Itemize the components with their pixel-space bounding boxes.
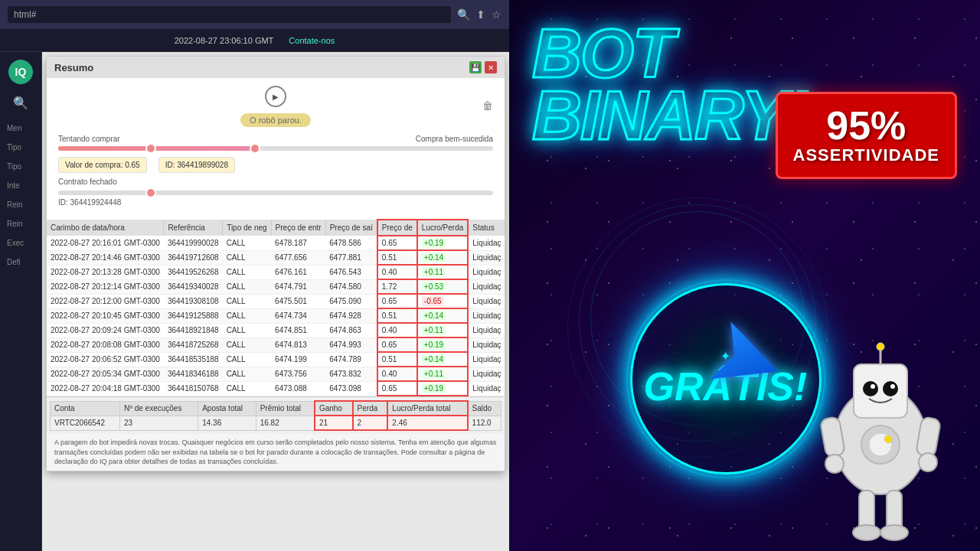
col-header-type: Tipo de neg [223, 220, 271, 236]
svg-point-7 [883, 381, 898, 396]
cell-4-0: 2022-08-27 20:12:00 GMT-0300 [47, 294, 164, 308]
cell-6-7: Liquidaç [468, 323, 505, 337]
cell-5-7: Liquidaç [468, 308, 505, 323]
modal-save-button[interactable]: 💾 [469, 61, 482, 73]
cell-3-5: 1.72 [377, 279, 417, 294]
cell-10-4: 6473.098 [325, 381, 377, 396]
table-row: 2022-08-27 20:14:46 GMT-0300364419712608… [47, 250, 505, 265]
cell-4-6: -0.65 [417, 294, 468, 308]
sum-col-exec: Nº de execuções [120, 401, 198, 416]
cell-5-3: 6474.734 [271, 308, 325, 323]
right-panel: BOT BINARY! 95% ASSERTIVIDADE ✦ GRÁTIS! [509, 0, 980, 551]
cell-10-2: CALL [223, 381, 271, 396]
sidebar-item-5[interactable]: Rein [4, 217, 38, 230]
progress-labels: Tentando comprar Compra bem-sucedida [58, 135, 493, 143]
cell-8-7: Liquidaç [468, 352, 505, 367]
progress-section: ▶ 🗑 O robô parou. Tentando comprar Compr… [47, 78, 505, 219]
cell-3-7: Liquidaç [468, 279, 505, 294]
sidebar-item-4[interactable]: Rein [4, 198, 38, 211]
svg-point-11 [877, 343, 884, 350]
search-icon[interactable]: 🔍 [457, 8, 470, 21]
cell-0-6: +0.19 [417, 236, 468, 250]
col-header-ref: Referência [164, 220, 223, 236]
delete-icon[interactable]: 🗑 [482, 99, 493, 112]
cell-8-2: CALL [223, 352, 271, 367]
share-icon[interactable]: ⬆ [476, 8, 485, 21]
sidebar-item-1[interactable]: Tipo [4, 141, 38, 154]
sidebar-item-7[interactable]: Defi [4, 256, 38, 269]
cell-9-5: 0.40 [377, 367, 417, 381]
cell-3-6: +0.53 [417, 279, 468, 294]
assertividade-percent: 95% [793, 106, 939, 145]
sidebar: IQ 🔍 Men Tipo Tipo Inte Rein Rein Exec D… [0, 52, 42, 551]
cell-7-3: 6474.813 [271, 337, 325, 352]
svg-point-14 [825, 455, 844, 473]
cell-7-1: 364418725268 [164, 337, 223, 352]
sum-col-premio: Prêmio total [256, 401, 315, 416]
binary-text: BINARY! [532, 85, 807, 147]
sum-conta: VRTC2066542 [51, 416, 120, 430]
cell-2-6: +0.11 [417, 265, 468, 279]
sum-execucoes: 23 [120, 416, 198, 430]
cell-1-2: CALL [223, 250, 271, 265]
table-row: 2022-08-27 20:16:01 GMT-0300364419990028… [47, 236, 505, 250]
progress-fill-1 [58, 146, 254, 151]
cell-0-5: 0.65 [377, 236, 417, 250]
svg-point-6 [863, 381, 878, 396]
cell-3-4: 6474.580 [325, 279, 377, 294]
cell-4-5: 0.65 [377, 294, 417, 308]
transactions-table: Carimbo de data/hora Referência Tipo de … [47, 219, 505, 396]
play-button[interactable]: ▶ [265, 86, 286, 107]
cell-8-6: +0.14 [417, 352, 468, 367]
robot-svg [796, 303, 965, 548]
svg-point-9 [890, 384, 895, 389]
table-row: 2022-08-27 20:12:14 GMT-0300364419340028… [47, 279, 505, 294]
table-row: 2022-08-27 20:09:24 GMT-0300364418921848… [47, 323, 505, 337]
sum-col-lucro: Lucro/Perda total [387, 401, 467, 416]
summary-row: VRTC2066542 23 14.36 16.82 21 2 2.46 112… [51, 416, 501, 430]
cell-4-4: 6475.090 [325, 294, 377, 308]
cell-9-4: 6473.832 [325, 367, 377, 381]
sum-col-saldo: Saldo [468, 401, 501, 416]
sidebar-logo[interactable]: IQ [8, 60, 33, 84]
cell-9-7: Liquidaç [468, 367, 505, 381]
id2-label: ID: 364419924448 [58, 198, 493, 207]
sidebar-item-3[interactable]: Inte [4, 179, 38, 192]
sum-saldo: 112.0 [468, 416, 501, 430]
assertividade-label: ASSERTIVIDADE [793, 145, 939, 165]
top-bar: 2022-08-27 23:06:10 GMT Contate-nos [0, 29, 509, 52]
table-row: 2022-08-27 20:10:45 GMT-0300364419125888… [47, 308, 505, 323]
star-icon[interactable]: ☆ [492, 8, 501, 21]
svg-point-8 [871, 384, 875, 389]
cell-0-4: 6478.586 [325, 236, 377, 250]
sidebar-item-2[interactable]: Tipo [4, 160, 38, 173]
sum-lucro-total: 2.46 [387, 416, 467, 430]
sidebar-item-0[interactable]: Men [4, 122, 38, 135]
app-layout: IQ 🔍 Men Tipo Tipo Inte Rein Rein Exec D… [0, 52, 509, 551]
sum-perda: 2 [353, 416, 388, 430]
cell-8-5: 0.51 [377, 352, 417, 367]
cell-5-2: CALL [223, 308, 271, 323]
svg-marker-0 [710, 321, 789, 400]
cell-8-1: 364418535188 [164, 352, 223, 367]
contact-link[interactable]: Contate-nos [289, 36, 335, 45]
cell-6-2: CALL [223, 323, 271, 337]
cell-7-5: 0.65 [377, 337, 417, 352]
modal-close-button[interactable]: ✕ [485, 61, 497, 73]
cell-1-5: 0.51 [377, 250, 417, 265]
summary-table: Conta Nº de execuções Aposta total Prêmi… [50, 400, 501, 431]
sum-premio: 16.82 [256, 416, 315, 430]
cell-4-7: Liquidaç [468, 294, 505, 308]
cell-9-3: 6473.756 [271, 367, 325, 381]
cell-3-1: 364419340028 [164, 279, 223, 294]
cell-2-5: 0.40 [377, 265, 417, 279]
cell-7-2: CALL [223, 337, 271, 352]
cell-2-3: 6476.161 [271, 265, 325, 279]
info-row: Valor de compra: 0.65 ID: 364419899028 [58, 157, 493, 173]
sidebar-search-icon[interactable]: 🔍 [13, 96, 28, 110]
cell-5-0: 2022-08-27 20:10:45 GMT-0300 [47, 308, 164, 323]
progress-bar-1 [58, 146, 493, 151]
table-row: 2022-08-27 20:04:18 GMT-0300364418150768… [47, 381, 505, 396]
value-box: Valor de compra: 0.65 [58, 157, 147, 173]
sidebar-item-6[interactable]: Exec [4, 236, 38, 249]
